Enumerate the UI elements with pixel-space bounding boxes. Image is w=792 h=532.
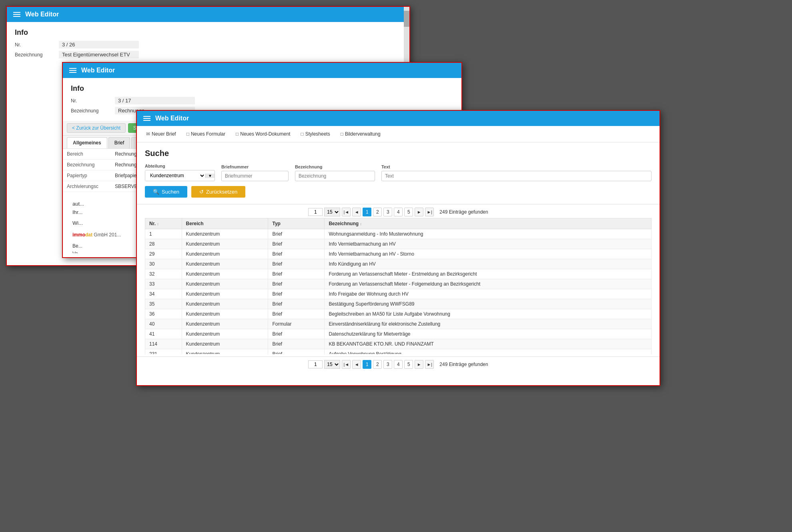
bezeichnung-field-group: Bezeichnung	[295, 164, 375, 181]
page-input-bottom[interactable]	[308, 360, 323, 368]
tab-allgemeines-2[interactable]: Allgemeines	[67, 137, 107, 148]
table-row[interactable]: 40KundenzentrumFormularEinverständniserk…	[145, 319, 652, 329]
table-row[interactable]: 35KundenzentrumBriefBestätigung Superför…	[145, 299, 652, 309]
abteilung-select-wrapper: Kundenzentrum ▼	[145, 170, 215, 181]
hamburger-icon-2[interactable]	[69, 68, 76, 73]
col-bezeichnung[interactable]: Bezeichnung ↕	[325, 218, 652, 229]
cell-bereich-2: Kundenzentrum	[182, 249, 268, 259]
table-row[interactable]: 33KundenzentrumBriefForderung an Verlass…	[145, 279, 652, 289]
total-entries-top: 249 Einträge gefunden	[439, 209, 488, 215]
search-title: Suche	[145, 149, 652, 158]
cell-typ-4: Brief	[268, 269, 325, 279]
hamburger-icon-1[interactable]	[13, 12, 20, 17]
cell-typ-3: Brief	[268, 259, 325, 269]
menu-stylesheets[interactable]: □ Stylesheets	[296, 129, 334, 139]
menu-stylesheets-label: Stylesheets	[305, 131, 330, 137]
table-row[interactable]: 34KundenzentrumBriefInfo Freigabe der Wo…	[145, 289, 652, 299]
cell-typ-11: Brief	[268, 339, 325, 349]
table-row[interactable]: 231KundenzentrumBriefAufgabe Vorwohnung …	[145, 349, 652, 354]
menu-neues-word[interactable]: □ Neues Word-Dokument	[231, 129, 295, 139]
image-icon: □	[341, 131, 343, 137]
cell-nr-7: 35	[145, 299, 182, 309]
table-row[interactable]: 114KundenzentrumBriefKB BEKANNTGABE KTO.…	[145, 339, 652, 349]
abteilung-arrow[interactable]: ▼	[205, 174, 215, 178]
last-page-btn-top[interactable]: ►|	[425, 208, 434, 216]
page-2-bottom[interactable]: 2	[373, 360, 382, 369]
table-container: Nr. ↕ Bereich Typ Bezeichnung ↕ 1Kundenz…	[137, 218, 660, 354]
menu-bilderverwaltung[interactable]: □ Bilderverwaltung	[336, 129, 385, 139]
first-page-btn-top[interactable]: |◄	[342, 208, 351, 216]
menu-neuer-brief[interactable]: ✉ Neuer Brief	[142, 129, 180, 139]
bezeichnung-search-label: Bezeichnung	[295, 164, 375, 169]
bezeichnung-input[interactable]	[295, 171, 375, 181]
window-1-title: Web Editor	[25, 11, 59, 18]
col-bereich: Bereich	[182, 218, 268, 229]
cell-bezeichnung-7: Bestätigung Superförderung WWFSG89	[325, 299, 652, 309]
page-3-top[interactable]: 3	[383, 208, 392, 216]
window-2-nr-label: Nr.	[71, 98, 115, 104]
table-header-row: Nr. ↕ Bereich Typ Bezeichnung ↕	[145, 218, 652, 229]
field-archiv-label: Archivierungsc	[67, 184, 115, 189]
menu-neues-formular-label: Neues Formular	[191, 131, 225, 137]
table-row[interactable]: 41KundenzentrumBriefDatenschutzerklärung…	[145, 329, 652, 339]
text-input[interactable]	[381, 171, 652, 181]
table-row[interactable]: 30KundenzentrumBriefInfo Kündigung an HV	[145, 259, 652, 269]
next-page-btn-top[interactable]: ►	[415, 208, 423, 216]
menu-neues-formular[interactable]: □ Neues Formular	[182, 129, 230, 139]
cell-bezeichnung-11: KB BEKANNTGABE KTO.NR. UND FINANZAMT	[325, 339, 652, 349]
window-3-header: Web Editor	[137, 111, 660, 126]
cell-typ-12: Brief	[268, 349, 325, 354]
prev-page-btn-bottom[interactable]: ◄	[352, 360, 361, 369]
page-5-bottom[interactable]: 5	[404, 360, 413, 369]
window-1-scroll-thumb[interactable]	[404, 11, 409, 27]
col-nr[interactable]: Nr. ↕	[145, 218, 182, 229]
cell-bezeichnung-10: Datenschutzerklärung für Mietverträge	[325, 329, 652, 339]
cell-bezeichnung-2: Info Vermietbarmachung an HV - Storno	[325, 249, 652, 259]
first-page-btn-bottom[interactable]: |◄	[342, 360, 351, 369]
pagination-top: 15 |◄ ◄ 1 2 3 4 5 ► ►| 249 Einträge gefu…	[137, 204, 660, 218]
page-3-bottom[interactable]: 3	[383, 360, 392, 369]
cell-bereich-6: Kundenzentrum	[182, 289, 268, 299]
cell-typ-2: Brief	[268, 249, 325, 259]
briefnummer-input[interactable]	[221, 171, 289, 181]
back-button-2[interactable]: < Zurück zur Übersicht	[67, 123, 126, 133]
cell-bereich-0: Kundenzentrum	[182, 229, 268, 239]
table-row[interactable]: 29KundenzentrumBriefInfo Vermietbarmachu…	[145, 249, 652, 259]
search-button[interactable]: 🔍 Suchen	[145, 186, 187, 198]
page-2-top[interactable]: 2	[373, 208, 382, 216]
tab-brief-2[interactable]: Brief	[108, 137, 130, 148]
immodat-logo: immodat	[72, 232, 92, 238]
search-fields: Abteilung Kundenzentrum ▼ Briefnummer Be…	[145, 164, 652, 181]
sort-nr-icon: ↕	[157, 222, 159, 226]
page-input-top[interactable]	[308, 208, 323, 216]
page-4-top[interactable]: 4	[394, 208, 403, 216]
table-row[interactable]: 36KundenzentrumBriefBegleitschreiben an …	[145, 309, 652, 319]
cell-nr-1: 28	[145, 239, 182, 249]
page-size-bottom[interactable]: 15	[324, 360, 340, 369]
menu-bilderverwaltung-label: Bilderverwaltung	[345, 131, 381, 137]
field-papiertyp-label: Papiertyp	[67, 173, 115, 178]
page-5-top[interactable]: 5	[404, 208, 413, 216]
page-1-bottom[interactable]: 1	[363, 360, 371, 369]
abteilung-select[interactable]: Kundenzentrum	[145, 170, 205, 181]
cell-bezeichnung-8: Begleitschreiben an MA50 für Liste Aufga…	[325, 309, 652, 319]
page-size-top[interactable]: 15	[324, 208, 340, 216]
table-row[interactable]: 1KundenzentrumBriefWohnungsanmeldung - I…	[145, 229, 652, 239]
cell-typ-1: Brief	[268, 239, 325, 249]
hamburger-icon-3[interactable]	[143, 116, 150, 121]
cell-bereich-10: Kundenzentrum	[182, 329, 268, 339]
abteilung-label: Abteilung	[145, 164, 215, 168]
table-row[interactable]: 32KundenzentrumBriefForderung an Verlass…	[145, 269, 652, 279]
last-page-btn-bottom[interactable]: ►|	[425, 360, 434, 369]
next-page-btn-bottom[interactable]: ►	[415, 360, 423, 369]
cell-typ-10: Brief	[268, 329, 325, 339]
cell-bereich-8: Kundenzentrum	[182, 309, 268, 319]
cell-typ-7: Brief	[268, 299, 325, 309]
page-1-top[interactable]: 1	[363, 208, 371, 216]
table-row[interactable]: 28KundenzentrumBriefInfo Vermietbarmachu…	[145, 239, 652, 249]
prev-page-btn-top[interactable]: ◄	[352, 208, 361, 216]
cell-nr-12: 231	[145, 349, 182, 354]
reset-button[interactable]: ↺ Zurücksetzen	[191, 186, 245, 198]
total-entries-bottom: 249 Einträge gefunden	[439, 362, 488, 367]
page-4-bottom[interactable]: 4	[394, 360, 403, 369]
